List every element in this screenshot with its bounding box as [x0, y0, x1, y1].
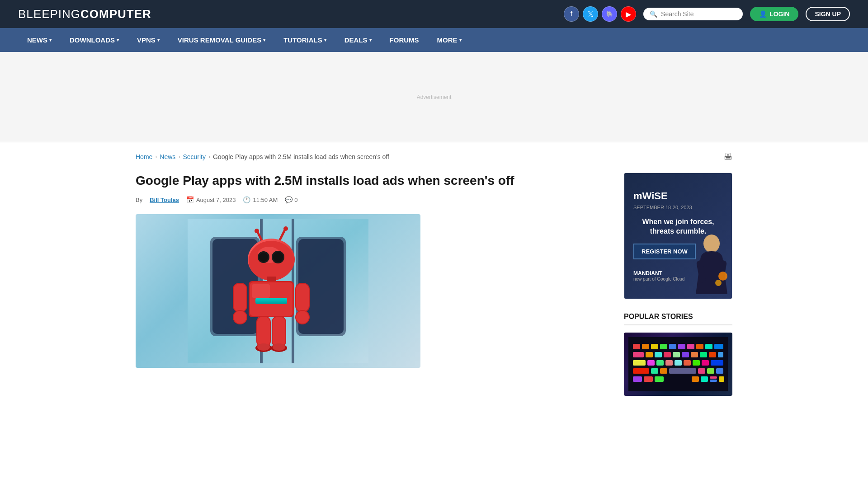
svg-rect-79 — [707, 368, 714, 374]
article-image — [136, 214, 420, 368]
breadcrumb-separator — [178, 154, 180, 160]
chevron-down-icon: ▾ — [157, 38, 160, 42]
chevron-down-icon: ▾ — [263, 38, 265, 42]
content-wrapper: Home News Security Google Play apps with… — [118, 142, 750, 405]
svg-rect-82 — [644, 376, 653, 382]
chevron-down-icon: ▾ — [369, 38, 372, 42]
ad-register-button[interactable]: REGISTER NOW — [633, 244, 696, 259]
breadcrumb-separator — [208, 154, 210, 160]
site-header: BLEEPINGCOMPUTER f 𝕏 🐘 ▶ 🔍 👤 LOGIN SIGN … — [0, 0, 868, 28]
svg-rect-50 — [678, 344, 685, 349]
facebook-icon[interactable]: f — [564, 6, 579, 22]
svg-rect-58 — [664, 352, 671, 357]
logo-text-bold: COMPUTER — [80, 7, 151, 21]
search-input[interactable] — [661, 10, 736, 18]
breadcrumb: Home News Security Google Play apps with… — [136, 151, 732, 162]
svg-rect-59 — [673, 352, 680, 357]
svg-rect-62 — [700, 352, 707, 357]
article-title: Google Play apps with 2.5M installs load… — [136, 173, 606, 189]
svg-point-10 — [283, 226, 288, 231]
svg-rect-66 — [647, 360, 655, 366]
svg-rect-32 — [257, 317, 270, 347]
nav-item-deals[interactable]: DEALS ▾ — [335, 28, 381, 52]
svg-point-30 — [296, 311, 309, 324]
calendar-icon: 📅 — [186, 196, 194, 203]
svg-rect-22 — [255, 298, 287, 304]
svg-rect-57 — [655, 352, 662, 357]
main-layout: Google Play apps with 2.5M installs load… — [136, 173, 732, 396]
breadcrumb-home[interactable]: Home — [136, 153, 152, 160]
login-button[interactable]: 👤 LOGIN — [750, 7, 798, 21]
svg-rect-70 — [684, 360, 691, 366]
ad-date: SEPTEMBER 18-20, 2023 — [633, 205, 723, 210]
svg-rect-86 — [710, 376, 717, 379]
breadcrumb-separator — [155, 154, 157, 160]
svg-rect-77 — [669, 368, 696, 374]
svg-point-16 — [259, 253, 268, 262]
svg-rect-65 — [633, 360, 646, 366]
breadcrumb-news[interactable]: News — [160, 153, 175, 160]
nav-item-forums[interactable]: FORUMS — [381, 28, 428, 52]
logo-text-regular: BLEEPING — [18, 7, 80, 21]
breadcrumb-current: Google Play apps with 2.5M installs load… — [213, 153, 389, 160]
nav-item-more[interactable]: MORE ▾ — [428, 28, 471, 52]
article-meta: By Bill Toulas 📅 August 7, 2023 🕐 11:50 … — [136, 196, 606, 203]
header-right: f 𝕏 🐘 ▶ 🔍 👤 LOGIN SIGN UP — [564, 6, 850, 22]
search-icon: 🔍 — [650, 10, 657, 18]
advertisement-banner: Advertisement — [0, 52, 868, 142]
svg-rect-52 — [696, 344, 703, 349]
svg-rect-46 — [642, 344, 649, 349]
article-comments-link[interactable]: 💬 0 — [285, 196, 297, 203]
svg-rect-85 — [701, 376, 708, 382]
svg-rect-53 — [705, 344, 712, 349]
svg-rect-71 — [693, 360, 700, 366]
keyboard-image — [624, 333, 732, 396]
youtube-icon[interactable]: ▶ — [621, 6, 636, 22]
signup-button[interactable]: SIGN UP — [806, 7, 850, 21]
svg-rect-21 — [252, 284, 270, 298]
svg-point-34 — [257, 343, 270, 351]
chevron-down-icon: ▾ — [459, 38, 462, 42]
svg-rect-83 — [655, 376, 664, 382]
svg-rect-73 — [711, 360, 723, 366]
twitter-icon[interactable]: 𝕏 — [583, 6, 598, 22]
svg-point-17 — [273, 252, 283, 262]
comment-icon: 💬 — [285, 196, 292, 203]
sidebar-advertisement: mWiSE SEPTEMBER 18-20, 2023 When we join… — [624, 173, 732, 299]
sidebar: mWiSE SEPTEMBER 18-20, 2023 When we join… — [624, 173, 732, 396]
article-time: 🕐 11:50 AM — [243, 196, 278, 203]
nav-item-downloads[interactable]: DOWNLOADS ▾ — [61, 28, 128, 52]
svg-rect-28 — [296, 284, 309, 311]
svg-rect-55 — [633, 352, 644, 357]
article-date: 📅 August 7, 2023 — [186, 196, 236, 203]
svg-rect-49 — [669, 344, 676, 349]
nav-item-tutorials[interactable]: TUTORIALS ▾ — [274, 28, 335, 52]
svg-rect-74 — [633, 368, 649, 374]
popular-stories-title: POPULAR STORIES — [624, 313, 732, 325]
svg-rect-72 — [702, 360, 709, 366]
article-hero-image — [136, 214, 420, 368]
mastodon-icon[interactable]: 🐘 — [602, 6, 617, 22]
svg-rect-51 — [687, 344, 694, 349]
svg-rect-64 — [718, 352, 723, 357]
nav-item-news[interactable]: NEWS ▾ — [18, 28, 61, 52]
svg-rect-84 — [692, 376, 699, 382]
clock-icon: 🕐 — [243, 196, 250, 203]
social-icons: f 𝕏 🐘 ▶ — [564, 6, 636, 22]
article-author-link[interactable]: Bill Toulas — [150, 197, 179, 203]
svg-rect-63 — [709, 352, 716, 357]
svg-rect-36 — [273, 317, 285, 347]
svg-rect-81 — [633, 376, 642, 382]
print-icon[interactable]: 🖶 — [723, 151, 732, 162]
nav-item-vpns[interactable]: VPNS ▾ — [128, 28, 169, 52]
svg-rect-60 — [682, 352, 689, 357]
svg-rect-47 — [651, 344, 658, 349]
svg-rect-56 — [646, 352, 653, 357]
nav-item-virus-removal[interactable]: VIRUS REMOVAL GUIDES ▾ — [169, 28, 274, 52]
article-content: Google Play apps with 2.5M installs load… — [136, 173, 606, 368]
breadcrumb-security[interactable]: Security — [183, 153, 206, 160]
popular-story-image[interactable] — [624, 333, 732, 396]
user-icon: 👤 — [759, 10, 767, 18]
site-logo[interactable]: BLEEPINGCOMPUTER — [18, 7, 151, 21]
svg-rect-54 — [714, 344, 723, 349]
